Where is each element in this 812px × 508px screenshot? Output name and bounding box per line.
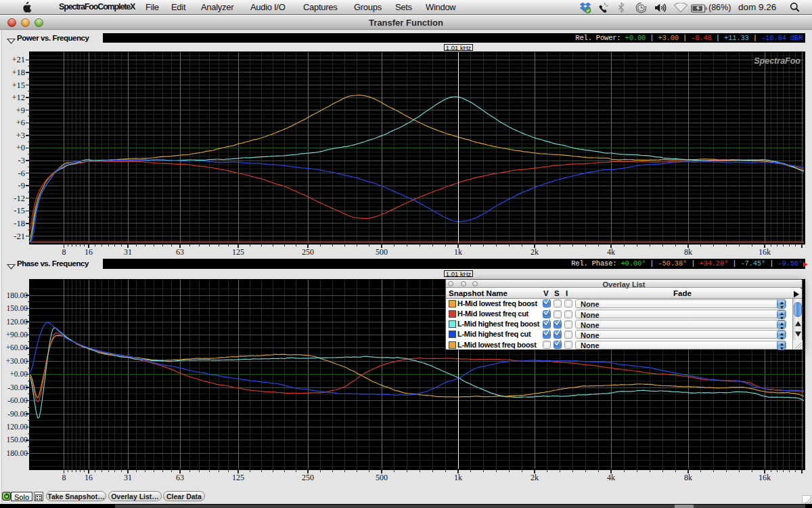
svg-text:+3: +3: [16, 131, 25, 140]
svg-text:4k: 4k: [607, 247, 615, 255]
svg-text:8k: 8k: [684, 473, 692, 481]
svg-text:63: 63: [176, 473, 184, 481]
svg-text:-9: -9: [18, 181, 25, 190]
svg-text:+9: +9: [16, 106, 25, 115]
svg-text:8: 8: [62, 473, 66, 481]
svg-text:150.00: 150.00: [6, 436, 28, 444]
svg-text:31: 31: [124, 247, 132, 255]
svg-text:63: 63: [176, 247, 184, 255]
svg-text:1k: 1k: [454, 247, 462, 255]
svg-text:500: 500: [376, 473, 388, 481]
svg-text:16: 16: [85, 473, 93, 481]
svg-text:2k: 2k: [531, 473, 539, 481]
svg-text:+6: +6: [16, 118, 25, 127]
svg-text:8k: 8k: [684, 247, 692, 255]
svg-text:-90.00: -90.00: [7, 410, 28, 418]
svg-text:+0: +0: [16, 143, 25, 152]
svg-text:16k: 16k: [759, 247, 771, 255]
svg-text:180.00: 180.00: [6, 291, 28, 299]
svg-text:120.00: 120.00: [6, 423, 28, 431]
svg-text:125: 125: [232, 247, 244, 255]
svg-text:-3: -3: [18, 156, 25, 165]
svg-text:500: 500: [376, 247, 388, 255]
svg-text:150.00: 150.00: [6, 304, 28, 312]
svg-text:+15: +15: [12, 81, 25, 90]
svg-text:+12: +12: [12, 93, 25, 102]
svg-text:SpectraFoo: SpectraFoo: [754, 56, 800, 66]
svg-text:+90.00: +90.00: [6, 331, 28, 339]
svg-text:16: 16: [85, 247, 93, 255]
svg-text:-6: -6: [18, 169, 25, 178]
svg-text:+0.00: +0.00: [9, 370, 28, 378]
svg-text:4k: 4k: [607, 473, 615, 481]
svg-text:-12: -12: [14, 194, 25, 203]
svg-text:-15: -15: [14, 206, 25, 215]
svg-text:125: 125: [232, 473, 244, 481]
svg-text:-21: -21: [14, 232, 25, 241]
svg-text:120.00: 120.00: [6, 318, 28, 326]
svg-text:180.00: 180.00: [6, 449, 28, 457]
svg-text:-60.00: -60.00: [7, 396, 28, 404]
svg-text:-30.00: -30.00: [7, 383, 28, 391]
svg-text:2k: 2k: [531, 247, 539, 255]
svg-text:+18: +18: [12, 68, 25, 77]
svg-text:250: 250: [302, 473, 314, 481]
svg-text:+30.00: +30.00: [6, 357, 28, 365]
svg-text:+60.00: +60.00: [6, 343, 28, 352]
svg-text:31: 31: [124, 473, 132, 481]
svg-text:16k: 16k: [759, 473, 771, 481]
svg-text:250: 250: [302, 247, 314, 255]
svg-text:+21: +21: [12, 55, 25, 64]
svg-text:8: 8: [62, 247, 66, 255]
svg-text:-18: -18: [14, 219, 25, 228]
svg-text:1k: 1k: [454, 473, 462, 481]
